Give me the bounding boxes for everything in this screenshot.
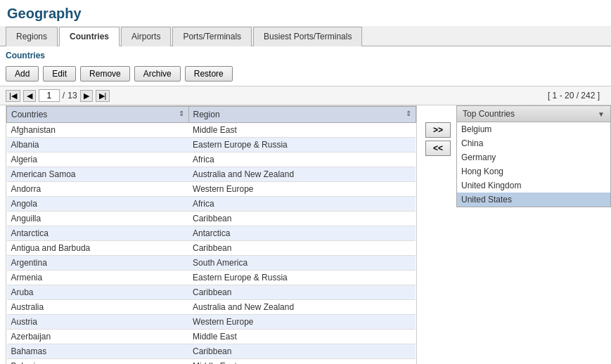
table-cell: Aruba <box>7 285 189 300</box>
table-row[interactable]: BahrainMiddle East <box>7 359 416 365</box>
sort-region-icon[interactable]: ⇕ <box>406 110 411 117</box>
tab-countries[interactable]: Countries <box>59 27 120 46</box>
table-row[interactable]: AngolaAfrica <box>7 197 416 212</box>
tabs-bar: Regions Countries Airports Ports/Termina… <box>0 26 611 46</box>
top-country-item[interactable]: United Kingdom <box>457 178 610 193</box>
tab-ports-terminals[interactable]: Ports/Terminals <box>172 27 252 46</box>
prev-page-button[interactable]: ◀ <box>23 90 36 102</box>
top-countries-box: Top Countries ▼ BelgiumChinaGermanyHong … <box>456 105 611 207</box>
page-title: Geography <box>0 0 611 26</box>
table-cell: Antarctica <box>188 226 416 241</box>
top-country-item[interactable]: Belgium <box>457 122 610 136</box>
tab-regions[interactable]: Regions <box>6 27 58 46</box>
remove-button[interactable]: Remove <box>80 66 130 82</box>
table-cell: Caribbean <box>188 285 416 300</box>
move-right-button[interactable]: >> <box>425 122 451 138</box>
top-country-item[interactable]: United States <box>457 193 610 207</box>
table-cell: Caribbean <box>188 241 416 256</box>
table-cell: Argentina <box>7 256 189 271</box>
table-row[interactable]: Antigua and BarbudaCaribbean <box>7 241 416 256</box>
table-cell: Eastern Europe & Russia <box>188 271 416 285</box>
table-cell: Angola <box>7 197 189 212</box>
move-left-button[interactable]: << <box>425 141 451 156</box>
toolbar: Add Edit Remove Archive Restore <box>0 63 611 86</box>
col-region[interactable]: Region ⇕ <box>188 107 416 123</box>
table-cell: Antarctica <box>7 226 189 241</box>
table-cell: Africa <box>188 197 416 212</box>
first-page-button[interactable]: |◀ <box>6 90 20 102</box>
table-cell: Australia and New Zealand <box>188 300 416 315</box>
table-cell: South America <box>188 256 416 271</box>
top-country-item[interactable]: China <box>457 136 610 150</box>
table-cell: American Samoa <box>7 167 189 182</box>
top-countries-header[interactable]: Top Countries ▼ <box>457 106 610 122</box>
table-cell: Andorra <box>7 182 189 197</box>
table-row[interactable]: ArubaCaribbean <box>7 285 416 300</box>
sort-countries-icon[interactable]: ⇕ <box>179 110 184 117</box>
table-row[interactable]: AlgeriaAfrica <box>7 152 416 167</box>
table-row[interactable]: AfghanistanMiddle East <box>7 123 416 138</box>
col-countries[interactable]: Countries ⇕ <box>7 107 189 123</box>
table-row[interactable]: AustriaWestern Europe <box>7 315 416 330</box>
pagination-bar: |◀ ◀ / 13 ▶ ▶| [ 1 - 20 / 242 ] <box>0 86 611 105</box>
table-cell: Austria <box>7 315 189 330</box>
table-cell: Bahamas <box>7 344 189 359</box>
tab-airports[interactable]: Airports <box>121 27 171 46</box>
edit-button[interactable]: Edit <box>43 66 76 82</box>
table-cell: Middle East <box>188 330 416 344</box>
table-cell: Caribbean <box>188 344 416 359</box>
table-row[interactable]: AlbaniaEastern Europe & Russia <box>7 138 416 152</box>
table-row[interactable]: ArgentinaSouth America <box>7 256 416 271</box>
table-row[interactable]: American SamoaAustralia and New Zealand <box>7 167 416 182</box>
last-page-button[interactable]: ▶| <box>96 90 110 102</box>
top-countries-label: Top Countries <box>463 109 515 119</box>
add-button[interactable]: Add <box>6 66 39 82</box>
table-row[interactable]: AntarcticaAntarctica <box>7 226 416 241</box>
total-pages: 13 <box>67 91 77 100</box>
archive-button[interactable]: Archive <box>134 66 181 82</box>
table-cell: Middle East <box>188 123 416 138</box>
tab-busiest-ports[interactable]: Busiest Ports/Terminals <box>253 27 362 46</box>
table-cell: Africa <box>188 152 416 167</box>
table-row[interactable]: ArmeniaEastern Europe & Russia <box>7 271 416 285</box>
side-container: >> << Top Countries ▼ BelgiumChinaGerman… <box>423 105 611 364</box>
table-cell: Armenia <box>7 271 189 285</box>
page-total: / <box>63 91 65 100</box>
table-cell: Bahrain <box>7 359 189 365</box>
table-cell: Algeria <box>7 152 189 167</box>
table-cell: Afghanistan <box>7 123 189 138</box>
table-cell: Middle East <box>188 359 416 365</box>
top-country-item[interactable]: Hong Kong <box>457 164 610 178</box>
table-cell: Caribbean <box>188 212 416 226</box>
table-row[interactable]: BahamasCaribbean <box>7 344 416 359</box>
table-cell: Western Europe <box>188 182 416 197</box>
table-cell: Western Europe <box>188 315 416 330</box>
section-label: Countries <box>0 46 611 63</box>
top-country-item[interactable]: Germany <box>457 150 610 164</box>
table-cell: Australia and New Zealand <box>188 167 416 182</box>
table-row[interactable]: AnguillaCaribbean <box>7 212 416 226</box>
dropdown-arrow-icon: ▼ <box>598 110 605 118</box>
main-area: Countries ⇕ Region ⇕ AfghanistanMiddle E… <box>0 105 611 364</box>
table-row[interactable]: AustraliaAustralia and New Zealand <box>7 300 416 315</box>
table-row[interactable]: AndorraWestern Europe <box>7 182 416 197</box>
countries-table: Countries ⇕ Region ⇕ AfghanistanMiddle E… <box>6 105 417 364</box>
table-row[interactable]: AzerbaijanMiddle East <box>7 330 416 344</box>
arrow-buttons: >> << <box>423 119 454 159</box>
table-cell: Eastern Europe & Russia <box>188 138 416 152</box>
next-page-button[interactable]: ▶ <box>80 90 93 102</box>
top-countries-list: BelgiumChinaGermanyHong KongUnited Kingd… <box>457 122 610 207</box>
page-range: [ 1 - 20 / 242 ] <box>548 91 600 100</box>
table-cell: Australia <box>7 300 189 315</box>
table-cell: Azerbaijan <box>7 330 189 344</box>
page-number-input[interactable] <box>39 89 60 102</box>
restore-button[interactable]: Restore <box>185 66 233 82</box>
table-cell: Anguilla <box>7 212 189 226</box>
table-cell: Albania <box>7 138 189 152</box>
table-cell: Antigua and Barbuda <box>7 241 189 256</box>
